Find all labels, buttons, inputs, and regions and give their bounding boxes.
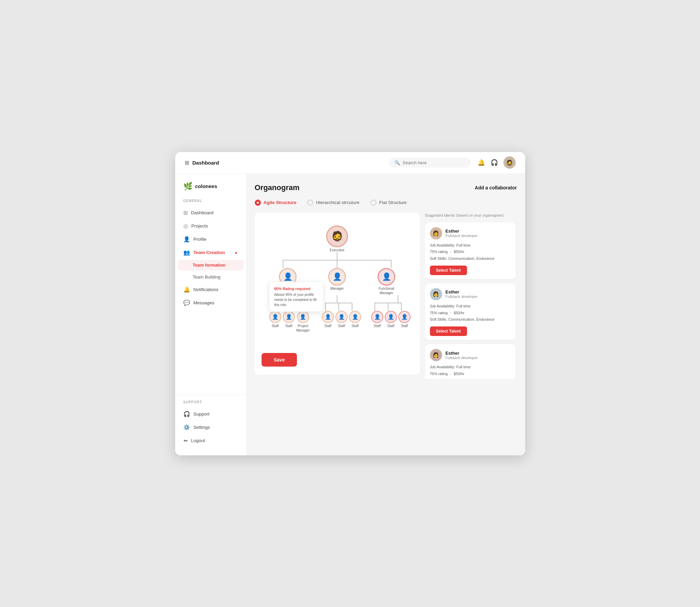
- talent-card-2: 👩 Esther Fullstack developer Job Availab…: [425, 283, 516, 340]
- page-header: Organogram Add a collaborator: [255, 183, 517, 192]
- pm-label: Project Manager: [296, 324, 310, 333]
- sidebar-item-label: Profile: [194, 237, 206, 242]
- tab-hierarchical-label: Hierarchical strcuture: [316, 200, 360, 205]
- staff-8: 👤 Staff: [385, 311, 397, 328]
- sidebar-item-team-creation[interactable]: 👥 Team Creation ▲: [175, 246, 246, 259]
- sidebar-item-projects[interactable]: ◎ Projects: [175, 219, 246, 233]
- sidebar-item-messages[interactable]: 💬 Messages: [175, 296, 246, 309]
- staff-avatar-5: 👤: [335, 311, 348, 323]
- select-talent-btn-2[interactable]: Select Talent: [430, 326, 467, 336]
- headset-icon[interactable]: 🎧: [490, 159, 498, 166]
- center-leaves: 👤 Staff 👤 Staff 👤: [322, 311, 356, 328]
- sidebar-item-label: Support: [194, 411, 210, 417]
- talent-avatar-2: 👩: [430, 288, 442, 300]
- functional-manager2-label: Functional Manager: [374, 286, 398, 295]
- staff-label-7: Staff: [374, 324, 381, 328]
- talent-card-3: 👩 Esther Fullstack developer Job Availab…: [425, 344, 516, 378]
- talent-skills-2: Soft Skills: Communication, Endurance: [430, 316, 511, 323]
- talents-list: 👩 Esther Fullstack developer Job Availab…: [425, 222, 517, 379]
- dot-3: •: [450, 372, 451, 376]
- staff-5: 👤 Staff: [335, 311, 348, 328]
- talent-rate-3: $50/hr: [454, 372, 464, 376]
- tab-agile-label: Agile Structure: [264, 200, 297, 205]
- messages-icon: 💬: [183, 300, 190, 306]
- talent-info-3: Esther Fullstack developer: [446, 351, 478, 360]
- staff-9: 👤 Staff: [398, 311, 411, 328]
- tab-hierarchical-structure[interactable]: Hierarchical strcuture: [307, 200, 360, 206]
- sidebar-item-dashboard[interactable]: ⊞ Dashboard: [175, 206, 246, 219]
- app-window: ⊞ Dashboard 🔍 🔔 🎧 🧔 🌿 colonees GENERAL ⊞…: [175, 152, 525, 455]
- page-title: Organogram: [255, 183, 300, 192]
- select-talent-btn-1[interactable]: Select Talent: [430, 266, 467, 275]
- content-area: Organogram Add a collaborator Agile Stru…: [247, 174, 525, 455]
- talents-panel: Suggested talents (based on your organog…: [425, 213, 517, 379]
- staff-label-5: Staff: [338, 324, 345, 328]
- sidebar-item-label: Messages: [194, 300, 215, 305]
- support-label: SUPPORT: [175, 400, 246, 407]
- org-chart: 🧔 Executive: [262, 222, 413, 333]
- staff-label-9: Staff: [401, 324, 408, 328]
- sidebar-item-notifications[interactable]: 🔔 Notifications: [175, 283, 246, 296]
- sidebar-item-label: Dashboard: [191, 210, 214, 215]
- staff-label-1: Staff: [272, 324, 279, 328]
- sidebar-item-logout[interactable]: ⬅ Logout: [175, 434, 246, 447]
- search-input[interactable]: [403, 160, 465, 165]
- staff-avatar-8: 👤: [385, 311, 397, 323]
- general-label: GENERAL: [175, 199, 246, 206]
- sidebar-item-label: Notifications: [194, 287, 219, 292]
- vline-center: [337, 260, 337, 268]
- add-collaborator-button[interactable]: Add a collaborator: [475, 185, 517, 190]
- staff-6: 👤 Staff: [349, 311, 361, 328]
- talent-rate-2: $50/hr: [454, 311, 464, 315]
- talent-details-2: Job Availability: Full time 75% rating •…: [430, 303, 511, 323]
- executive-node: 🧔 Executive: [326, 225, 348, 252]
- save-button[interactable]: Save: [262, 353, 297, 367]
- center-group: 👤 Staff 👤 Staff 👤: [322, 303, 356, 328]
- talent-rating-3: 75% rating: [430, 372, 448, 376]
- manager-label: Manager: [330, 286, 344, 291]
- sidebar-item-settings[interactable]: ⚙️ Settings: [175, 421, 246, 434]
- topbar-title: Dashboard: [193, 160, 219, 166]
- topbar-left: ⊞ Dashboard: [185, 159, 389, 166]
- staff-1: 👤 Staff: [269, 311, 281, 333]
- right-vlines: [374, 303, 402, 311]
- manager-avatar: 👤: [328, 268, 346, 286]
- projects-icon: ◎: [183, 223, 188, 229]
- team-building-label: Team Building: [193, 274, 221, 280]
- staff-label-4: Staff: [324, 324, 331, 328]
- tab-flat-structure[interactable]: Flat Structure: [370, 200, 407, 206]
- logout-icon: ⬅: [183, 437, 188, 444]
- logo-icon: 🌿: [183, 182, 193, 191]
- bell-icon[interactable]: 🔔: [478, 159, 485, 166]
- sidebar-item-support[interactable]: 🎧 Support: [175, 407, 246, 421]
- talent-avatar-3: 👩: [430, 349, 442, 361]
- bvline-right: [398, 295, 398, 303]
- settings-icon: ⚙️: [183, 424, 190, 431]
- tab-flat-label: Flat Structure: [379, 200, 407, 205]
- user-avatar[interactable]: 🧔: [503, 156, 516, 169]
- talent-avatar-1: 👩: [430, 227, 442, 239]
- staff-avatar-1: 👤: [269, 311, 281, 323]
- main-layout: 🌿 colonees GENERAL ⊞ Dashboard ◎ Project…: [175, 174, 525, 455]
- rv2: [388, 303, 388, 311]
- mid-vlines: [283, 260, 391, 268]
- sidebar-submenu-team-building[interactable]: Team Building: [178, 272, 244, 282]
- center-vlines: [325, 303, 352, 311]
- talents-title: Suggested talents: [425, 213, 455, 217]
- logo-text: colonees: [195, 183, 217, 189]
- tooltip-title: 80% Rating required: [274, 286, 318, 292]
- staff-7: 👤 Staff: [371, 311, 383, 328]
- right-leaves: 👤 Staff 👤 Staff 👤: [371, 311, 405, 328]
- vline-right: [391, 260, 391, 268]
- dashboard-icon: ⊞: [183, 209, 188, 216]
- sidebar-submenu-team-formation[interactable]: Team formation: [178, 260, 244, 270]
- tab-agile-structure[interactable]: Agile Structure: [255, 200, 297, 206]
- rv3: [401, 303, 402, 311]
- search-bar[interactable]: 🔍: [389, 158, 471, 168]
- sidebar-item-profile[interactable]: 👤 Profile: [175, 233, 246, 246]
- sidebar-item-label: Settings: [194, 425, 210, 430]
- topbar: ⊞ Dashboard 🔍 🔔 🎧 🧔: [175, 152, 525, 174]
- staff-avatar-7: 👤: [371, 311, 383, 323]
- dot-1: •: [450, 250, 451, 254]
- talent-details-3: Job Availability: Full time 75% rating •…: [430, 364, 511, 378]
